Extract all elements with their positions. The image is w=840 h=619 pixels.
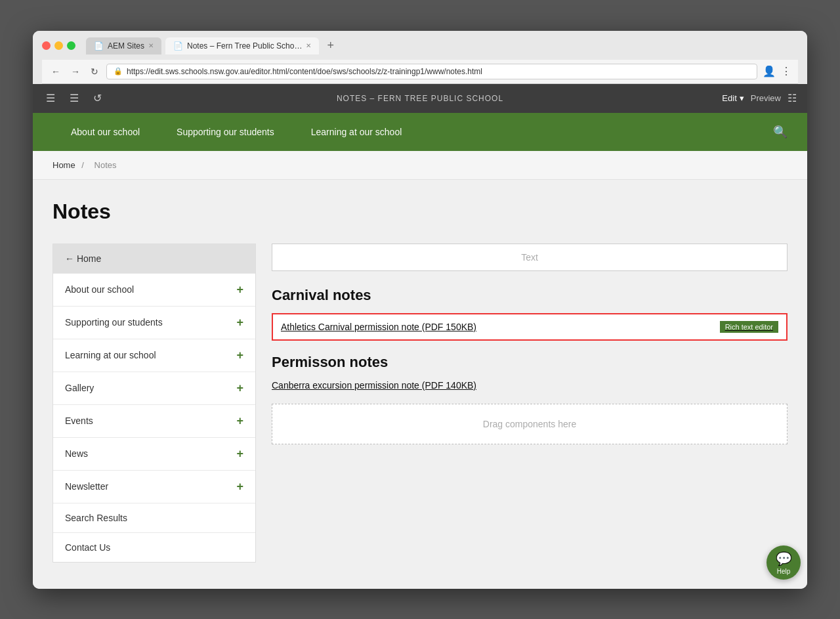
rich-text-badge[interactable]: Rich text editor [720, 321, 778, 333]
forward-button[interactable]: → [68, 65, 83, 78]
sidebar-home-btn[interactable]: ← Home [53, 244, 255, 273]
search-icon[interactable]: 🔍 [773, 125, 788, 139]
sidebar-item-about[interactable]: About our school + [53, 273, 255, 306]
tab-notes[interactable]: 📄 Notes – Fern Tree Public Scho… ✕ [165, 37, 319, 54]
aem-page-title: NOTES – FERN TREE PUBLIC SCHOOL [337, 94, 503, 103]
aem-toolbar-right: Edit ▾ Preview ☷ [722, 92, 797, 104]
tab-close-btn[interactable]: ✕ [148, 42, 154, 49]
aem-toolbar-left: ☰ ☰ ↺ [43, 89, 104, 107]
nav-items: About our school Supporting our students… [52, 113, 773, 151]
page-content: Notes ← Home About our school + Supporti… [33, 180, 807, 589]
traffic-light-red[interactable] [42, 41, 51, 50]
profile-icon[interactable]: 👤 [763, 65, 776, 77]
breadcrumb-current: Notes [94, 160, 117, 170]
plus-icon: + [236, 316, 243, 330]
preview-btn[interactable]: Preview [751, 93, 781, 103]
nav-about[interactable]: About our school [52, 113, 158, 151]
canberra-link[interactable]: Canberra excursion permission note (PDF … [272, 380, 788, 391]
chevron-down-icon: ▾ [740, 93, 744, 103]
sidebar-item-learning[interactable]: Learning at our school + [53, 339, 255, 372]
plus-icon: + [236, 283, 243, 297]
tab-icon: 📄 [173, 41, 183, 51]
page-title: Notes [52, 200, 788, 224]
lock-icon: 🔒 [114, 67, 123, 75]
sidebar-item-newsletter[interactable]: Newsletter + [53, 470, 255, 503]
carnival-section-title: Carnival notes [272, 287, 788, 304]
tab-title: AEM Sites [108, 41, 144, 51]
text-placeholder[interactable]: Text [272, 244, 788, 271]
new-tab-button[interactable]: + [323, 39, 338, 53]
tab-aem-sites[interactable]: 📄 AEM Sites ✕ [86, 37, 161, 54]
tab-icon: 📄 [94, 41, 104, 51]
sidebar-item-events[interactable]: Events + [53, 404, 255, 437]
breadcrumb: Home / Notes [52, 160, 788, 170]
sidebar-toggle-btn[interactable]: ☰ [43, 89, 58, 107]
sidebar-item-contact[interactable]: Contact Us [53, 532, 255, 562]
plus-icon: + [236, 480, 243, 494]
tab-title: Notes – Fern Tree Public Scho… [187, 41, 302, 51]
share-icon[interactable]: ☷ [788, 92, 797, 104]
sidebar-item-gallery[interactable]: Gallery + [53, 372, 255, 404]
breadcrumb-separator: / [81, 160, 84, 170]
sidebar-item-search[interactable]: Search Results [53, 503, 255, 532]
plus-icon: + [236, 349, 243, 362]
plus-icon: + [236, 414, 243, 428]
traffic-light-yellow[interactable] [54, 41, 63, 50]
nav-learning[interactable]: Learning at our school [293, 113, 421, 151]
more-options-icon[interactable]: ⋮ [781, 65, 791, 77]
main-content: Text Carnival notes Athletics Carnival p… [272, 244, 788, 506]
drag-zone[interactable]: Drag components here [272, 404, 788, 444]
breadcrumb-home-link[interactable]: Home [52, 160, 75, 170]
plus-icon: + [236, 447, 243, 461]
plus-icon: + [236, 381, 243, 395]
sidebar: ← Home About our school + Supporting our… [52, 244, 256, 563]
help-button[interactable]: 💬 Help [766, 545, 801, 580]
sidebar-item-supporting[interactable]: Supporting our students + [53, 306, 255, 339]
edit-mode-btn[interactable]: Edit ▾ [722, 93, 744, 103]
content-layout: ← Home About our school + Supporting our… [52, 244, 788, 563]
undo-btn[interactable]: ↺ [91, 89, 104, 107]
address-bar[interactable]: 🔒 https://edit.sws.schools.nsw.gov.au/ed… [106, 64, 757, 79]
sidebar-item-news[interactable]: News + [53, 437, 255, 470]
traffic-light-green[interactable] [67, 41, 75, 50]
back-button[interactable]: ← [49, 65, 63, 78]
reload-button[interactable]: ↻ [88, 65, 101, 78]
chat-icon: 💬 [776, 551, 792, 566]
tab-close-active-btn[interactable]: ✕ [306, 42, 311, 49]
url-text: https://edit.sws.schools.nsw.gov.au/edit… [127, 67, 482, 76]
site-navigation: About our school Supporting our students… [33, 113, 807, 151]
permission-section-title: Permisson notes [272, 354, 788, 371]
breadcrumb-bar: Home / Notes [33, 151, 807, 180]
nav-supporting[interactable]: Supporting our students [158, 113, 293, 151]
help-label: Help [777, 568, 791, 575]
properties-btn[interactable]: ☰ [67, 89, 81, 107]
carnival-link[interactable]: Athletics Carnival permission note (PDF … [272, 313, 788, 341]
